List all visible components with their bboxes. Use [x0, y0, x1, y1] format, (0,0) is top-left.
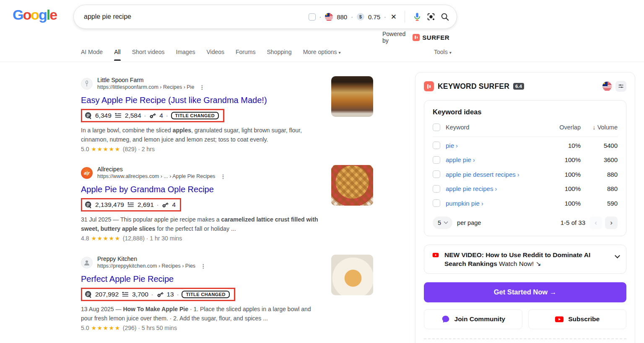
result-source-name: Preppy Kitchen: [97, 255, 206, 263]
subscribe-button[interactable]: Subscribe: [528, 309, 627, 329]
tab-ai-mode[interactable]: AI Mode: [81, 49, 103, 61]
volume-value: 5400: [581, 142, 618, 149]
keyword-link[interactable]: apple pie recipes: [446, 185, 493, 192]
chevron-right-icon: ›: [481, 200, 483, 207]
star-rating-icon: ★★★★★: [91, 146, 120, 152]
sort-arrow-icon: ↓: [592, 124, 595, 131]
keyword-row: pie› 10% 5400: [433, 138, 618, 153]
surfer-logo-icon: [424, 81, 434, 91]
volume-column-header[interactable]: ↓ Volume: [581, 124, 618, 131]
tab-short-videos[interactable]: Short videos: [132, 49, 165, 61]
keyword-checkbox[interactable]: [433, 142, 440, 149]
surfer-metrics-box: 6,349 2,584 · 4 · TITLE CHANGED: [81, 109, 224, 122]
result-snippet: In a large bowl, combine the sliced appl…: [81, 126, 324, 144]
result-title-link[interactable]: Apple Pie by Grandma Ople Recipe: [81, 185, 324, 194]
chevron-down-icon: [444, 220, 448, 224]
country-flag-icon[interactable]: [602, 82, 612, 91]
result-title-link[interactable]: Perfect Apple Pie Recipe: [81, 274, 324, 284]
arrow-southeast-icon: ↘: [535, 260, 541, 267]
tab-shopping[interactable]: Shopping: [267, 49, 291, 61]
keyword-link[interactable]: apple pie dessert recipes: [446, 171, 516, 178]
tools-menu[interactable]: Tools▾: [434, 49, 452, 55]
more-options-icon[interactable]: ⋮: [220, 173, 226, 180]
get-started-button[interactable]: Get Started Now →: [424, 282, 626, 302]
volume-value: 880: [581, 185, 618, 192]
person-avatar: [81, 257, 93, 268]
panel-footer-buttons: Join Community Subscribe: [424, 309, 626, 329]
surfer-select-checkbox[interactable]: [309, 13, 316, 21]
more-options-icon[interactable]: ⋮: [199, 84, 205, 90]
keyword-link[interactable]: apple pie: [446, 156, 471, 163]
microphone-icon[interactable]: [412, 12, 422, 22]
search-bar-extension-cluster: · 880 · $ 0.75 · ✕: [309, 11, 450, 23]
panel-title: KEYWORD SURFER: [438, 82, 509, 91]
search-input[interactable]: [84, 13, 309, 21]
rating-meta: (12,888) · 1 hr 30 mins: [123, 235, 182, 242]
word-count-value: 2,584: [125, 112, 141, 119]
tab-all[interactable]: All: [114, 49, 121, 61]
result-thumbnail[interactable]: [331, 255, 373, 295]
result-thumbnail[interactable]: [331, 76, 373, 117]
result-title-link[interactable]: Easy Apple Pie Recipe (Just like Grandma…: [81, 95, 324, 105]
keyword-link[interactable]: pie: [446, 142, 454, 149]
country-flag-icon[interactable]: [325, 13, 333, 21]
surfer-metrics-box: 207,992 3,700 · 13 · TITLE CHANGED: [81, 288, 235, 301]
word-count-value: 3,700: [132, 291, 148, 298]
next-page-button[interactable]: ›: [605, 217, 618, 229]
result-source-row: Preppy Kitchen https://preppykitchen.com…: [81, 255, 324, 269]
new-video-banner[interactable]: NEW VIDEO: How to Use Reddit to Dominate…: [424, 245, 626, 274]
close-icon[interactable]: ✕: [390, 13, 397, 21]
google-lens-icon[interactable]: [426, 12, 436, 22]
separator-dot: ·: [157, 201, 159, 208]
keyword-checkbox[interactable]: [433, 199, 440, 207]
word-count-icon: [122, 291, 129, 298]
chevron-right-icon: ›: [473, 157, 475, 163]
volume-value: 590: [581, 200, 618, 207]
pagination: 5 per page 1-5 of 33 ‹ ›: [433, 217, 618, 229]
separator-dot: ·: [177, 291, 179, 298]
traffic-icon: [85, 112, 92, 119]
search-icon[interactable]: [440, 12, 450, 22]
chevron-down-icon: ▾: [449, 50, 452, 55]
separator-dot: ·: [319, 13, 322, 20]
overlap-value: 100%: [547, 185, 581, 192]
surfer-brand-label: SURFER: [422, 34, 449, 41]
keyword-checkbox[interactable]: [433, 185, 440, 193]
tab-videos[interactable]: Videos: [206, 49, 224, 61]
rating-score: 5.0: [81, 325, 89, 331]
settings-icon[interactable]: [615, 81, 626, 92]
chevron-right-icon: ›: [517, 171, 519, 178]
search-result: a|r Allrecipes https://www.allrecipes.co…: [81, 166, 324, 242]
tab-more-options[interactable]: More options▾: [303, 49, 341, 61]
chevron-right-icon: ›: [456, 142, 458, 149]
panel-header: KEYWORD SURFER 6.4: [424, 81, 626, 92]
result-thumbnail[interactable]: [331, 165, 373, 206]
keyword-column-header: Keyword: [446, 124, 547, 131]
title-changed-badge: TITLE CHANGED: [182, 291, 229, 298]
traffic-value: 2,139,479: [95, 201, 124, 209]
keyword-link[interactable]: pumpkin pie: [446, 200, 480, 207]
more-options-icon[interactable]: ⋮: [200, 263, 206, 269]
keyword-checkbox[interactable]: [433, 170, 440, 178]
keyword-checkbox[interactable]: [433, 156, 440, 164]
star-rating-icon: ★★★★★: [91, 325, 120, 331]
overlap-value: 100%: [547, 156, 581, 163]
rating-score: 5.0: [81, 146, 89, 152]
previous-page-button[interactable]: ‹: [589, 217, 602, 229]
keyword-row: apple pie dessert recipes› 100% 880: [433, 167, 618, 182]
tab-images[interactable]: Images: [176, 49, 195, 61]
select-all-checkbox[interactable]: [433, 124, 440, 131]
join-community-button[interactable]: Join Community: [424, 309, 522, 329]
separator-dot: ·: [166, 112, 168, 119]
page-size-select[interactable]: 5: [433, 217, 452, 229]
keywords-value: 4: [159, 112, 163, 119]
divider: [405, 11, 405, 23]
page-range-label: 1-5 of 33: [561, 219, 585, 226]
title-changed-badge: TITLE CHANGED: [171, 112, 219, 119]
keyword-table-header: Keyword Overlap ↓ Volume: [433, 124, 618, 131]
chevron-down-icon[interactable]: [615, 253, 620, 258]
word-count-icon: [114, 112, 122, 119]
result-rating: 5.0 ★★★★★ (296) · 5 hrs 50 mins: [81, 325, 324, 331]
tab-forums[interactable]: Forums: [236, 49, 255, 61]
separator-dot: ·: [144, 112, 146, 119]
